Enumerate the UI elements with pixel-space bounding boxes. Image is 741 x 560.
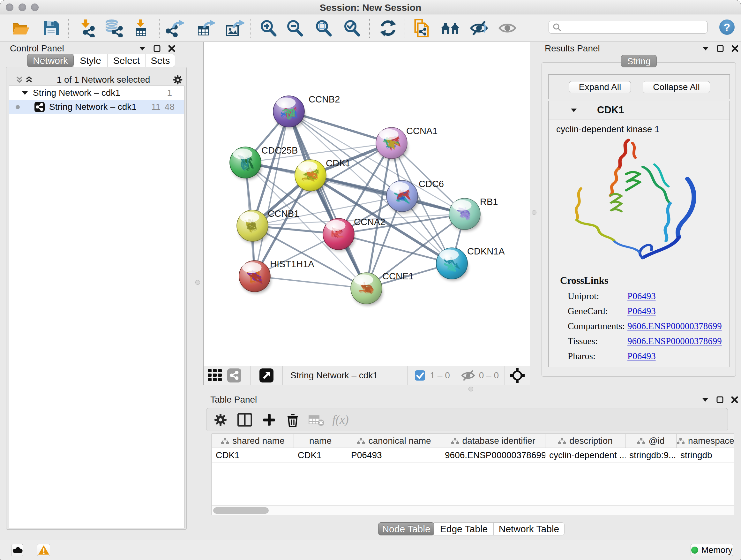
table-cell[interactable]: P06493 bbox=[347, 448, 441, 462]
gene-description: cyclin-dependent kinase 1 bbox=[556, 124, 660, 134]
memory-button[interactable]: Memory bbox=[690, 544, 733, 556]
export-network-button[interactable] bbox=[166, 18, 186, 38]
collapse-all-networks-icon[interactable] bbox=[16, 76, 23, 83]
crosslink-link[interactable]: P06493 bbox=[627, 291, 656, 301]
table-row[interactable]: CDK1CDK1P064939606.ENSP00000378699cyclin… bbox=[212, 448, 734, 462]
open-session-button[interactable] bbox=[10, 18, 30, 38]
zoom-fit-button[interactable] bbox=[314, 18, 333, 38]
node-CDKN1A[interactable]: CDKN1A bbox=[436, 246, 505, 281]
crosshair-icon[interactable] bbox=[510, 372, 525, 379]
edge-CCNA2-CDKN1A[interactable] bbox=[339, 234, 452, 263]
network-canvas[interactable]: CCNB2 CCNA1 CDC25B CDK1 CDC6 bbox=[204, 42, 530, 366]
column-header-namespace[interactable]: namespace bbox=[677, 434, 734, 448]
table-cell[interactable]: stringdb:9... bbox=[625, 448, 677, 462]
results-panel-float-icon[interactable] bbox=[702, 45, 709, 52]
node-RB1[interactable]: RB1 bbox=[449, 197, 498, 231]
zoom-out-button[interactable] bbox=[285, 18, 305, 38]
export-image-button[interactable] bbox=[225, 18, 245, 38]
results-panel-close-icon[interactable] bbox=[731, 45, 738, 52]
column-header-canonical-name[interactable]: canonical name bbox=[347, 434, 441, 448]
right-splitter-handle[interactable] bbox=[532, 210, 536, 215]
warnings-button[interactable] bbox=[37, 544, 50, 556]
node-CDC6[interactable]: CDC6 bbox=[387, 179, 444, 213]
control-panel-close-icon[interactable] bbox=[168, 45, 175, 52]
crosslink-link[interactable]: P06493 bbox=[627, 351, 656, 361]
help-button[interactable]: ? bbox=[719, 19, 735, 35]
zoom-selected-button[interactable] bbox=[342, 18, 362, 38]
refresh-button[interactable] bbox=[378, 18, 398, 38]
open-in-new-window-icon[interactable] bbox=[258, 367, 275, 384]
collection-disclosure-icon[interactable] bbox=[21, 89, 28, 97]
add-column-button[interactable] bbox=[260, 411, 278, 429]
table-cell[interactable]: 9606.ENSP00000378699 bbox=[441, 448, 545, 462]
search-input[interactable] bbox=[562, 22, 702, 32]
tab-edge-table[interactable]: Edge Table bbox=[434, 522, 494, 536]
node-CDC25B[interactable]: CDC25B bbox=[230, 145, 298, 180]
tab-string[interactable]: String bbox=[621, 55, 657, 67]
search-box[interactable] bbox=[549, 21, 708, 34]
node-HIST1H1A[interactable]: HIST1H1A bbox=[239, 259, 314, 294]
bottom-splitter-handle[interactable] bbox=[468, 387, 473, 391]
scrollbar-thumb[interactable] bbox=[213, 507, 269, 514]
tab-network[interactable]: Network bbox=[27, 54, 74, 67]
import-network-database-button[interactable] bbox=[104, 18, 124, 38]
table-settings-button[interactable] bbox=[212, 411, 229, 429]
crosslink-link[interactable]: P06493 bbox=[627, 306, 656, 316]
network-row[interactable]: String Network – cdk1 11 48 bbox=[9, 100, 184, 114]
node-CCNB1[interactable]: CCNB1 bbox=[237, 208, 299, 243]
left-splitter-handle[interactable] bbox=[195, 280, 200, 285]
tab-select[interactable]: Select bbox=[108, 54, 146, 67]
expand-all-button[interactable]: Expand All bbox=[569, 81, 631, 93]
column-header--id[interactable]: @id bbox=[625, 434, 677, 448]
table-panel-maximize-icon[interactable] bbox=[717, 396, 724, 403]
results-panel-maximize-icon[interactable] bbox=[717, 45, 724, 52]
tab-network-table[interactable]: Network Table bbox=[494, 522, 564, 536]
import-table-file-button[interactable] bbox=[131, 18, 151, 38]
expand-collapse-box: Expand All Collapse All bbox=[548, 74, 730, 99]
cloud-button[interactable] bbox=[11, 544, 23, 556]
node-CDK1[interactable]: CDK1 bbox=[295, 158, 350, 192]
node-CCNA1[interactable]: CCNA1 bbox=[376, 126, 437, 160]
show-all-button[interactable] bbox=[497, 18, 517, 38]
import-network-file-button[interactable] bbox=[76, 18, 96, 38]
selected-checkbox-icon[interactable] bbox=[414, 372, 425, 379]
node-label-CCNA2: CCNA2 bbox=[354, 217, 385, 227]
zoom-in-button[interactable] bbox=[259, 18, 278, 38]
control-panel-float-icon[interactable] bbox=[139, 45, 146, 52]
tab-style[interactable]: Style bbox=[74, 54, 108, 67]
table-cell[interactable]: cyclin-dependent ... bbox=[545, 448, 625, 462]
tab-node-table[interactable]: Node Table bbox=[378, 522, 434, 536]
column-header-database-identifier[interactable]: database identifier bbox=[441, 434, 545, 448]
expand-all-networks-icon[interactable] bbox=[25, 76, 32, 83]
table-panel-close-icon[interactable] bbox=[731, 396, 738, 403]
delete-column-button[interactable] bbox=[284, 411, 301, 429]
table-panel-float-icon[interactable] bbox=[702, 396, 709, 403]
column-header-name[interactable]: name bbox=[294, 434, 347, 448]
table-cell[interactable]: stringdb bbox=[677, 448, 734, 462]
network-options-gear-icon[interactable] bbox=[174, 76, 181, 83]
control-panel-maximize-icon[interactable] bbox=[153, 45, 160, 52]
birds-eye-view-icon[interactable] bbox=[206, 367, 224, 384]
edge-HIST1H1A-CCNE1[interactable] bbox=[255, 276, 366, 288]
clone-network-button[interactable] bbox=[412, 18, 432, 38]
export-table-button[interactable] bbox=[197, 18, 216, 38]
first-neighbors-button[interactable] bbox=[441, 18, 460, 38]
network-share-badge-icon[interactable] bbox=[225, 367, 243, 384]
edge-CCNB2-HIST1H1A[interactable] bbox=[255, 111, 289, 276]
crosslink-link[interactable]: 9606.ENSP00000378699 bbox=[627, 336, 722, 347]
node-CCNE1[interactable]: CCNE1 bbox=[351, 271, 414, 306]
crosslink-link[interactable]: 9606.ENSP00000378699 bbox=[627, 321, 722, 331]
tab-sets[interactable]: Sets bbox=[146, 54, 175, 67]
table-cell[interactable]: CDK1 bbox=[294, 448, 347, 462]
gene-disclosure-icon[interactable] bbox=[570, 107, 577, 114]
column-header-shared-name[interactable]: shared name bbox=[212, 434, 294, 448]
collapse-all-button[interactable]: Collapse All bbox=[643, 81, 710, 93]
table-horizontal-scrollbar[interactable] bbox=[212, 505, 734, 515]
network-collection-row[interactable]: String Network – cdk1 1 bbox=[9, 86, 184, 100]
gene-section-header[interactable]: CDK1 bbox=[549, 101, 730, 119]
table-cell[interactable]: CDK1 bbox=[212, 448, 294, 462]
toggle-columns-button[interactable] bbox=[236, 411, 254, 429]
save-session-button[interactable] bbox=[41, 18, 61, 38]
hide-selected-button[interactable] bbox=[469, 18, 489, 38]
column-header-description[interactable]: description bbox=[545, 434, 625, 448]
